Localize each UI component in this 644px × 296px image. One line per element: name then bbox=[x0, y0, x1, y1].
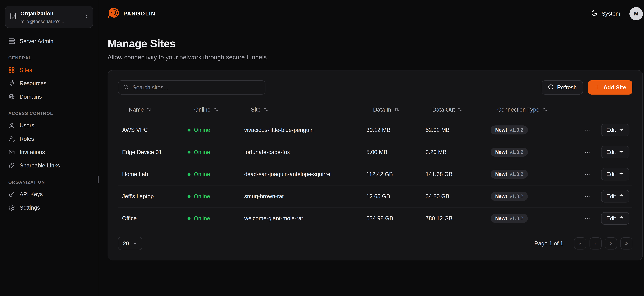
site-id-cell: fortunate-cape-fox bbox=[244, 149, 366, 155]
online-dot-icon bbox=[188, 173, 190, 176]
page-size-select[interactable]: 20 bbox=[118, 237, 142, 250]
sort-icon bbox=[542, 107, 548, 112]
sidebar-item-invitations[interactable]: Invitations bbox=[5, 146, 93, 159]
sidebar-item-resources[interactable]: Resources bbox=[5, 77, 93, 90]
column-header-online[interactable]: Online bbox=[188, 106, 244, 113]
sidebar-item-shareable-links[interactable]: Shareable Links bbox=[5, 159, 93, 172]
data-out-cell: 3.20 MB bbox=[426, 149, 490, 155]
connection-type-cell: Newt v1.3.2 bbox=[490, 214, 575, 223]
connection-badge: Newt v1.3.2 bbox=[490, 214, 528, 223]
pangolin-logo-icon bbox=[108, 7, 120, 21]
org-switcher[interactable]: Organization milo@fossorial.io's ... bbox=[5, 6, 93, 28]
sidebar-item-label: Resources bbox=[20, 80, 46, 86]
column-header-connection-type[interactable]: Connection Type bbox=[490, 106, 575, 113]
site-id-cell: smug-brown-rat bbox=[244, 193, 366, 200]
building-icon bbox=[10, 12, 16, 21]
row-actions-cell: ⋯ Edit bbox=[575, 168, 632, 180]
row-menu-button[interactable]: ⋯ bbox=[583, 169, 593, 179]
sidebar-item-server-admin[interactable]: Server Admin bbox=[5, 34, 93, 48]
sidebar-item-sites[interactable]: Sites bbox=[5, 63, 93, 77]
mail-icon bbox=[8, 149, 15, 156]
last-page-button[interactable]: » bbox=[620, 238, 632, 250]
column-header-name[interactable]: Name bbox=[122, 106, 188, 113]
connection-type-cell: Newt v1.3.2 bbox=[490, 148, 575, 157]
connection-name: Newt bbox=[495, 149, 507, 155]
sidebar-item-settings[interactable]: Settings bbox=[5, 201, 93, 214]
connection-version: v1.3.2 bbox=[510, 194, 523, 199]
table-row: Office Online welcome-giant-mole-rat 534… bbox=[118, 207, 632, 229]
next-page-button[interactable]: › bbox=[605, 238, 617, 250]
table-row: AWS VPC Online vivacious-little-blue-pen… bbox=[118, 119, 632, 141]
key-icon bbox=[8, 191, 15, 198]
add-site-button[interactable]: Add Site bbox=[588, 80, 632, 94]
edit-button[interactable]: Edit bbox=[601, 124, 630, 136]
edit-label: Edit bbox=[606, 149, 616, 155]
avatar[interactable]: M bbox=[630, 7, 643, 20]
org-subtitle: milo@fossorial.io's ... bbox=[20, 19, 66, 24]
sort-icon bbox=[264, 107, 268, 112]
row-actions-cell: ⋯ Edit bbox=[575, 190, 632, 202]
edit-button[interactable]: Edit bbox=[601, 190, 630, 202]
chevrons-up-down-icon bbox=[83, 13, 88, 21]
sidebar-item-roles[interactable]: Roles bbox=[5, 132, 93, 146]
brand[interactable]: PANGOLIN bbox=[108, 7, 156, 21]
sidebar-item-api-keys[interactable]: API Keys bbox=[5, 188, 93, 201]
column-header-data-out[interactable]: Data Out bbox=[426, 106, 490, 113]
row-actions-cell: ⋯ Edit bbox=[575, 212, 632, 225]
pagination: Page 1 of 1 « ‹ › » bbox=[534, 238, 632, 250]
sidebar-item-label: Invitations bbox=[20, 149, 45, 155]
sidebar-item-users[interactable]: Users bbox=[5, 119, 93, 132]
sidebar: Organization milo@fossorial.io's ... Ser… bbox=[0, 0, 98, 296]
sidebar-resize-handle[interactable] bbox=[98, 176, 99, 183]
site-id-cell: dead-san-joaquin-antelope-squirrel bbox=[244, 171, 366, 177]
connection-version: v1.3.2 bbox=[510, 127, 523, 133]
app-root: Organization milo@fossorial.io's ... Ser… bbox=[0, 0, 644, 296]
card-footer: 20 Page 1 of 1 « ‹ › » bbox=[118, 237, 632, 250]
data-out-cell: 141.68 GB bbox=[426, 171, 490, 177]
first-page-button[interactable]: « bbox=[574, 238, 586, 250]
sidebar-item-label: Roles bbox=[20, 136, 34, 142]
prev-page-button[interactable]: ‹ bbox=[590, 238, 602, 250]
edit-button[interactable]: Edit bbox=[601, 168, 630, 180]
column-header-site[interactable]: Site bbox=[244, 106, 366, 113]
theme-toggle[interactable]: System bbox=[591, 10, 620, 18]
table-row: Edge Device 01 Online fortunate-cape-fox… bbox=[118, 141, 632, 163]
section-label-general: GENERAL bbox=[8, 56, 90, 60]
sidebar-item-label: API Keys bbox=[20, 191, 43, 198]
data-in-cell: 112.42 GB bbox=[366, 171, 426, 177]
edit-button[interactable]: Edit bbox=[601, 146, 630, 158]
column-label: Site bbox=[251, 106, 260, 113]
user-icon bbox=[8, 122, 15, 129]
link-icon bbox=[8, 162, 15, 169]
online-status-cell: Online bbox=[188, 215, 244, 222]
sidebar-item-domains[interactable]: Domains bbox=[5, 90, 93, 104]
site-id-cell: vivacious-little-blue-penguin bbox=[244, 127, 366, 133]
column-header-data-in[interactable]: Data In bbox=[366, 106, 426, 113]
online-dot-icon bbox=[188, 217, 190, 220]
page-head: Manage Sites Allow connectivity to your … bbox=[98, 26, 644, 61]
sidebar-nav: Server Admin GENERAL Sites Resources Do bbox=[5, 34, 93, 214]
data-in-cell: 5.00 MB bbox=[366, 149, 426, 155]
server-icon bbox=[8, 38, 15, 44]
column-label: Online bbox=[194, 106, 210, 113]
row-menu-button[interactable]: ⋯ bbox=[583, 147, 593, 157]
site-name-cell: Home Lab bbox=[122, 171, 188, 177]
row-menu-button[interactable]: ⋯ bbox=[583, 214, 593, 224]
search-input[interactable] bbox=[132, 84, 260, 91]
site-name-cell: Jeff's Laptop bbox=[122, 193, 188, 200]
section-label-organization: ORGANIZATION bbox=[8, 180, 90, 185]
site-id-cell: welcome-giant-mole-rat bbox=[244, 215, 366, 222]
sort-icon bbox=[214, 107, 218, 112]
row-menu-button[interactable]: ⋯ bbox=[583, 125, 593, 135]
data-in-cell: 534.98 GB bbox=[366, 215, 426, 222]
row-menu-button[interactable]: ⋯ bbox=[583, 191, 593, 201]
online-dot-icon bbox=[188, 128, 190, 132]
column-label: Data Out bbox=[432, 106, 455, 113]
edit-button[interactable]: Edit bbox=[601, 212, 630, 225]
refresh-button[interactable]: Refresh bbox=[542, 80, 583, 94]
user-badge-icon bbox=[8, 136, 15, 142]
online-label: Online bbox=[194, 149, 210, 155]
sidebar-item-label: Server Admin bbox=[20, 38, 53, 44]
brand-name: PANGOLIN bbox=[124, 10, 156, 17]
connection-badge: Newt v1.3.2 bbox=[490, 126, 528, 134]
